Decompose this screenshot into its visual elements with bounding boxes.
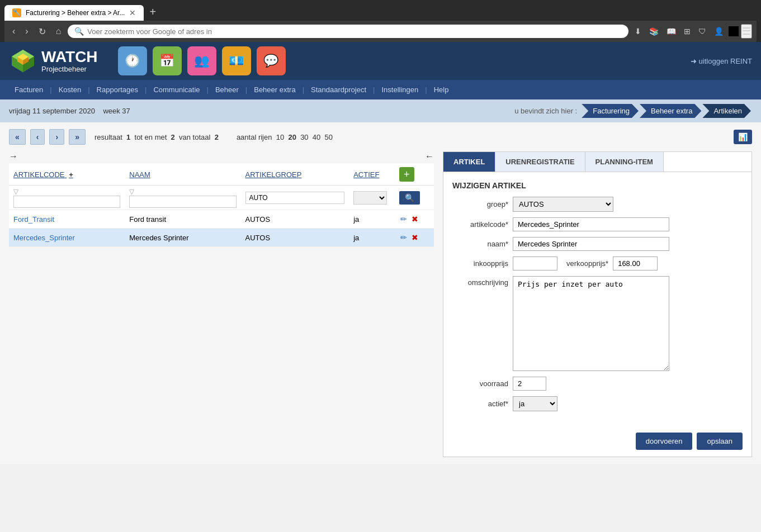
- result-total: 2: [215, 133, 219, 141]
- rows-30[interactable]: 30: [300, 133, 308, 141]
- inkoopprijs-input[interactable]: [513, 256, 557, 270]
- clock-nav-icon[interactable]: 🕐: [118, 46, 147, 75]
- tab-urenregistratie[interactable]: URENREGISTRATIE: [495, 152, 585, 172]
- delete-icon-mercedes: ✖: [412, 233, 418, 242]
- add-article-button[interactable]: +: [399, 167, 414, 182]
- filter-cell-code: ▽: [9, 186, 125, 210]
- table-row: Ford_Transit Ford transit AUTOS ja: [9, 210, 434, 229]
- home-button[interactable]: ⌂: [53, 25, 65, 37]
- week-text: week 37: [103, 107, 130, 115]
- active-tab[interactable]: 🔧 Facturering > Beheer extra > Ar... ✕: [4, 5, 144, 21]
- artikelcode-link[interactable]: Ford_Transit: [13, 215, 54, 224]
- omschrijving-label: omschrijving: [452, 278, 508, 287]
- actief-select[interactable]: ja nee: [513, 396, 557, 411]
- edit-button-mercedes[interactable]: ✏: [399, 232, 408, 243]
- nav-sep-6: |: [301, 86, 305, 94]
- tab-close-button[interactable]: ✕: [129, 8, 136, 17]
- nav-kosten[interactable]: Kosten: [53, 80, 87, 99]
- reload-button[interactable]: ↻: [35, 25, 49, 38]
- artikelcode-link-mercedes[interactable]: Mercedes_Sprinter: [13, 234, 75, 242]
- nav-beheer[interactable]: Beheer: [210, 80, 244, 99]
- nav-communicatie[interactable]: Communicatie: [148, 80, 205, 99]
- new-tab-button[interactable]: +: [144, 3, 162, 21]
- address-input[interactable]: [87, 27, 622, 36]
- groep-select[interactable]: AUTOS AUTO OVERIG: [513, 197, 613, 212]
- artikelcode-input[interactable]: [513, 217, 669, 231]
- col-artikelcode-label: ARTIKELCODE: [13, 170, 65, 179]
- rows-10[interactable]: 10: [276, 133, 284, 141]
- inkoopprijs-label: inkoopprijs: [452, 259, 508, 268]
- omschrijving-textarea[interactable]: Prijs per inzet per auto: [513, 276, 669, 371]
- main-nav: Facturen | Kosten | Rapportages | Commun…: [0, 80, 761, 99]
- chat-nav-icon[interactable]: 💬: [257, 46, 286, 75]
- toolbar-icons: ⬇ 📚 📖 ⊞ 🛡 👤 ☰: [632, 24, 752, 39]
- naam-input[interactable]: [513, 237, 669, 251]
- add-column-icon[interactable]: +: [69, 170, 73, 179]
- nav-rapportages[interactable]: Rapportages: [91, 80, 144, 99]
- logout-area[interactable]: ➜ uitloggen REINT: [691, 57, 752, 65]
- scroll-right-arrow[interactable]: →: [9, 151, 18, 162]
- opslaan-button[interactable]: opslaan: [697, 433, 743, 450]
- cell-actions-mercedes: ✏ ✖: [395, 229, 434, 247]
- delete-button-ford[interactable]: ✖: [410, 213, 419, 225]
- profile-icon[interactable]: 👤: [711, 25, 726, 37]
- form-row-omschrijving: omschrijving Prijs per inzet per auto: [452, 276, 743, 371]
- filter-input-naam[interactable]: [129, 196, 236, 208]
- shield-icon[interactable]: 🛡: [696, 25, 709, 37]
- filter-input-artikelgroep[interactable]: [245, 192, 345, 204]
- bookmarks-icon[interactable]: 📚: [646, 25, 661, 37]
- detail-content: WIJZIGEN ARTIKEL groep AUTOS AUTO OVERIG…: [443, 172, 751, 426]
- prev-page-button[interactable]: ‹: [30, 129, 45, 145]
- rows-50[interactable]: 50: [325, 133, 333, 141]
- cell-naam: Mercedes Sprinter: [125, 229, 240, 247]
- people-nav-icon[interactable]: 👥: [187, 46, 216, 75]
- filter-select-actief[interactable]: ja nee: [353, 191, 387, 205]
- screenshot-icon[interactable]: ⊞: [681, 25, 693, 37]
- invoice-nav-icon[interactable]: 💶: [222, 46, 251, 75]
- edit-button-ford[interactable]: ✏: [399, 213, 408, 225]
- download-icon[interactable]: ⬇: [632, 25, 644, 37]
- breadcrumb-artikelen[interactable]: Artikelen: [702, 104, 751, 118]
- back-button[interactable]: ‹: [9, 25, 18, 37]
- detail-tabs: ARTIKEL URENREGISTRATIE PLANNING-ITEM: [443, 152, 751, 172]
- first-page-button[interactable]: «: [9, 129, 26, 145]
- nav-beheer-extra[interactable]: Beheer extra: [248, 80, 301, 99]
- calendar-nav-icon[interactable]: 📅: [153, 46, 182, 75]
- rows-40[interactable]: 40: [313, 133, 320, 141]
- cell-actief: ja: [349, 210, 395, 229]
- breadcrumb-beheer-extra[interactable]: Beheer extra: [640, 104, 701, 118]
- verkoopprijs-input[interactable]: [613, 256, 658, 270]
- next-page-button[interactable]: ›: [49, 129, 64, 145]
- nav-sep-2: |: [87, 86, 91, 94]
- col-actief[interactable]: ACTIEF: [349, 164, 395, 186]
- address-bar[interactable]: 🔍: [68, 25, 628, 38]
- edit-icon: ✏: [400, 215, 407, 224]
- doorvoeren-button[interactable]: doorvoeren: [636, 433, 693, 450]
- rows-20[interactable]: 20: [288, 133, 296, 141]
- actief-text-mercedes: ja: [353, 234, 359, 242]
- logout-label: uitloggen REINT: [699, 57, 752, 65]
- nav-help[interactable]: Help: [428, 80, 455, 99]
- articles-table: ARTIKELCODE + NAAM ARTIKELGROEP ACTIEF: [9, 164, 434, 247]
- delete-button-mercedes[interactable]: ✖: [410, 232, 419, 243]
- excel-export-button[interactable]: 📊: [734, 130, 752, 144]
- col-artikelcode[interactable]: ARTIKELCODE +: [9, 164, 125, 186]
- search-button[interactable]: 🔍: [399, 191, 420, 205]
- col-artikelgroep[interactable]: ARTIKELGROEP: [241, 164, 349, 186]
- col-naam[interactable]: NAAM: [125, 164, 240, 186]
- voorraad-input[interactable]: [513, 377, 546, 391]
- reader-icon[interactable]: 📖: [664, 25, 679, 37]
- breadcrumb-facturering[interactable]: Facturering: [582, 104, 639, 118]
- tab-planning-item[interactable]: PLANNING-ITEM: [585, 152, 664, 172]
- scroll-left-arrow[interactable]: ←: [425, 151, 434, 162]
- forward-button[interactable]: ›: [22, 25, 31, 37]
- tab-artikel[interactable]: ARTIKEL: [443, 152, 495, 172]
- nav-standaardproject[interactable]: Standaardproject: [305, 80, 372, 99]
- nav-instellingen[interactable]: Instellingen: [376, 80, 424, 99]
- last-page-button[interactable]: »: [69, 129, 86, 145]
- filter-input-code[interactable]: [13, 196, 120, 208]
- filter-cell-actief: ja nee: [349, 186, 395, 210]
- menu-button[interactable]: ☰: [741, 24, 752, 39]
- breadcrumb-label: u bevindt zich hier :: [514, 107, 577, 115]
- nav-facturen[interactable]: Facturen: [9, 80, 49, 99]
